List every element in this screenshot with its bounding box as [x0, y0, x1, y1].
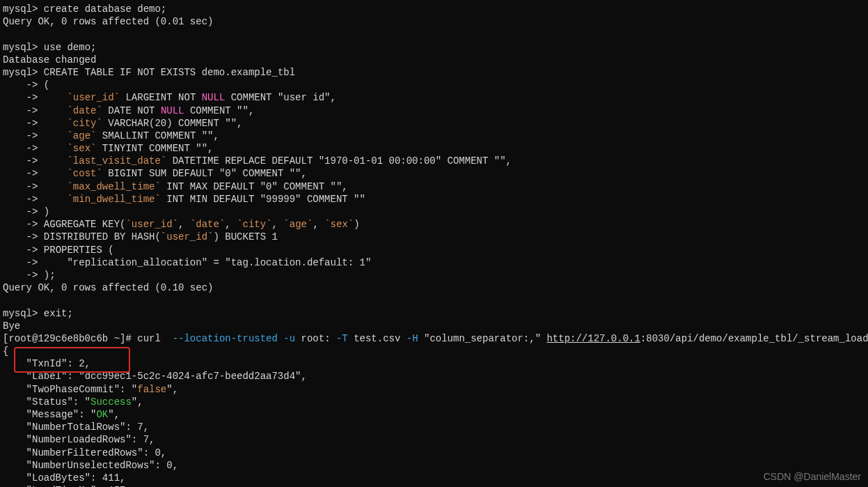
watermark-text: CSDN @DanielMaster — [764, 470, 861, 483]
cont: -> — [26, 231, 38, 242]
mysql-prompt: mysql> — [3, 3, 38, 15]
json-line: "Message": " — [3, 409, 96, 420]
kw-null: NULL — [161, 105, 184, 116]
curl-flag: -H — [400, 333, 418, 344]
terminal-output[interactable]: mysql> create database demo; Query OK, 0… — [0, 0, 868, 487]
dist: DISTRIBUTED BY HASH( — [44, 231, 161, 242]
json-line: "TwoPhaseCommit": " — [3, 384, 137, 395]
cont: -> — [26, 270, 38, 281]
cont: -> — [26, 155, 38, 167]
col-id: `user_id` — [125, 219, 178, 230]
col-id: `age` — [283, 219, 313, 230]
cont: -> — [26, 257, 38, 268]
json-line: ", — [166, 384, 178, 395]
col-id: `max_dwell_time` — [67, 181, 160, 192]
json-line: "NumberTotalRows": 7, — [3, 422, 149, 433]
result: Query OK, 0 rows affected (0.01 sec) — [3, 16, 213, 27]
cmd: exit; — [44, 308, 73, 319]
mysql-prompt: mysql> — [3, 67, 38, 78]
props: PROPERTIES ( — [44, 245, 114, 256]
mysql-prompt: mysql> — [3, 308, 38, 319]
col-def: VARCHAR(20) COMMENT "", — [102, 118, 243, 129]
json-line: ", — [132, 396, 143, 408]
col-id: `user_id` — [67, 92, 120, 103]
col-def: DATE NOT — [102, 105, 161, 116]
col-tail: COMMENT "", — [184, 105, 254, 116]
curl-flag: -T — [331, 333, 348, 344]
cmd: create database demo; — [44, 3, 166, 15]
paren: ( — [44, 79, 49, 91]
cont: -> — [26, 105, 38, 116]
col-id: `sex` — [324, 219, 354, 230]
paren: ) — [44, 206, 49, 217]
json-line: "Label": " — [3, 371, 85, 382]
dist: ) BUCKETS 1 — [213, 231, 277, 242]
col-def: BIGINT SUM DEFAULT "0" COMMENT "", — [102, 168, 307, 179]
url: http://127.0.0.1 — [546, 333, 640, 344]
cont: -> — [26, 168, 38, 179]
cont: -> — [26, 206, 38, 217]
cmd: use demo; — [44, 42, 97, 53]
json-line: "LoadBytes": 411, — [3, 472, 125, 484]
cont: -> — [26, 245, 38, 256]
curl-flag: --location-trusted — [166, 333, 278, 344]
col-id: `city` — [67, 118, 102, 129]
cont: -> — [26, 118, 38, 129]
col-id: `last_visit_date` — [67, 155, 166, 167]
col-def: DATETIME REPLACE DEFAULT "1970-01-01 00:… — [166, 155, 512, 167]
cmd: curl — [137, 333, 166, 344]
col-id: `min_dwell_time` — [67, 194, 160, 205]
col-def: TINYINT COMMENT "", — [96, 143, 213, 154]
cont: -> — [26, 143, 38, 154]
url-rest: :8030/api/demo/example_tbl/_stream_load — [640, 333, 868, 344]
col-def: INT MAX DEFAULT "0" COMMENT "", — [161, 181, 348, 192]
paren: ); — [44, 270, 56, 281]
json-val-ok: OK — [96, 409, 108, 420]
curl-arg: root: — [295, 333, 330, 344]
col-def: LARGEINT NOT — [120, 92, 202, 103]
json-val: false — [137, 384, 166, 395]
col-id: `cost` — [67, 168, 102, 179]
col-id: `date` — [190, 219, 225, 230]
col-id: `age` — [67, 130, 96, 141]
json-line: ", — [295, 371, 307, 382]
col-id: `date` — [67, 105, 102, 116]
col-tail: COMMENT "user id", — [225, 92, 336, 103]
col-id: `sex` — [67, 143, 96, 154]
json-line: "NumberLoadedRows": 7, — [3, 434, 155, 445]
cmd: CREATE TABLE IF NOT EXISTS demo.example_… — [44, 67, 295, 78]
cont: -> — [26, 194, 38, 205]
mysql-prompt: mysql> — [3, 42, 38, 53]
paren: ) — [354, 219, 359, 230]
prop-line: "replication_allocation" = "tag.location… — [44, 257, 371, 268]
cont: -> — [26, 79, 38, 91]
kw-null: NULL — [202, 92, 226, 103]
json-val-success: Success — [90, 396, 132, 408]
cont: -> — [26, 130, 38, 141]
result: Database changed — [3, 54, 96, 65]
col-def: INT MIN DEFAULT "99999" COMMENT "" — [161, 194, 365, 205]
result: Bye — [3, 320, 20, 332]
json-line: "NumberFilteredRows": 0, — [3, 447, 166, 458]
col-id: `user_id` — [161, 231, 214, 242]
cont: -> — [26, 92, 38, 103]
json-line: "Status": " — [3, 396, 90, 408]
curl-flag: -u — [278, 333, 295, 344]
col-id: `city` — [237, 219, 271, 230]
json-line: ", — [108, 409, 120, 420]
json-val: dcc99ec1-5c2c-4024-afc7-beedd2aa73d4 — [85, 371, 295, 382]
col-def: SMALLINT COMMENT "", — [96, 130, 219, 141]
agg-key: AGGREGATE KEY( — [44, 219, 126, 230]
curl-arg: "column_separator:," — [418, 333, 547, 344]
json-line: "NumberUnselectedRows": 0, — [3, 460, 178, 471]
shell-prompt: [root@129c6e8b0c6b ~]# — [3, 333, 132, 344]
json-line: "TxnId": 2, — [3, 358, 90, 369]
json-brace: { — [3, 346, 8, 357]
curl-arg: test.csv — [348, 333, 401, 344]
cont: -> — [26, 219, 38, 230]
cont: -> — [26, 181, 38, 192]
result: Query OK, 0 rows affected (0.10 sec) — [3, 282, 213, 293]
